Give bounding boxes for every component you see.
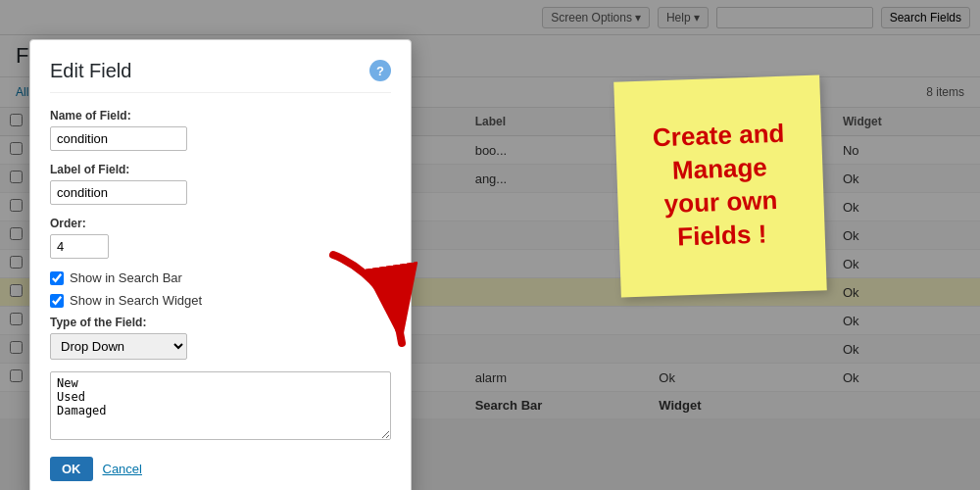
label-field-row: Label of Field: (50, 163, 391, 205)
arrow-svg (314, 235, 431, 363)
order-label: Order: (50, 217, 391, 230)
options-textarea-row: New Used Damaged (50, 371, 391, 443)
type-select[interactable]: Drop Down Text Number Checkbox Range (50, 333, 187, 360)
sticky-note-text: Create andManageyour ownFields ! (652, 118, 788, 255)
help-icon[interactable]: ? (369, 60, 391, 81)
cancel-btn[interactable]: Cancel (103, 457, 142, 481)
modal-footer: OK Cancel (50, 457, 391, 481)
label-label: Label of Field: (50, 163, 391, 176)
name-field-row: Name of Field: (50, 109, 391, 151)
order-input[interactable] (50, 234, 109, 259)
label-input[interactable] (50, 180, 187, 205)
name-label: Name of Field: (50, 109, 391, 122)
show-search-widget-checkbox[interactable] (50, 294, 64, 308)
modal-title: Edit Field (50, 60, 391, 93)
show-search-bar-label: Show in Search Bar (70, 270, 182, 285)
show-search-widget-label: Show in Search Widget (70, 293, 202, 308)
show-search-bar-checkbox[interactable] (50, 271, 64, 285)
options-textarea[interactable]: New Used Damaged (50, 371, 391, 440)
name-input[interactable] (50, 126, 187, 151)
sticky-note: Create andManageyour ownFields ! (613, 74, 827, 297)
ok-btn[interactable]: OK (50, 457, 93, 481)
